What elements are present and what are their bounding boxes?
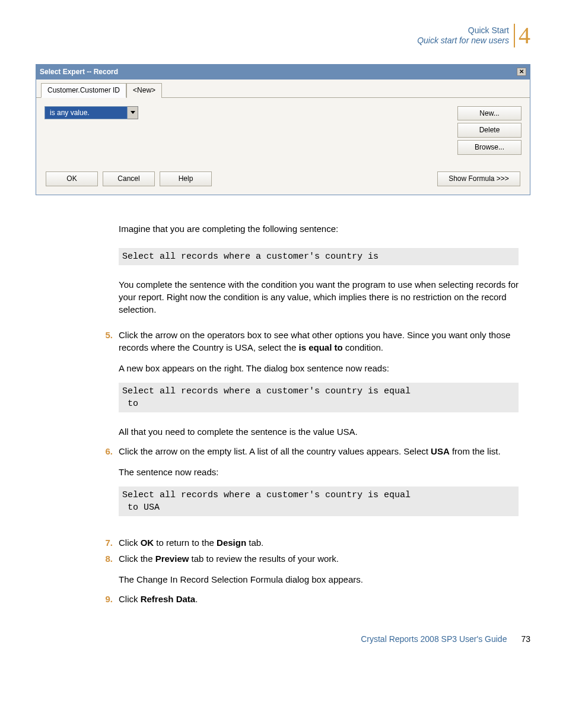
complete-paragraph: You complete the sentence with the condi…: [119, 278, 519, 316]
chevron-down-icon[interactable]: [128, 106, 138, 120]
code-block-3: Select all records where a customer's co…: [119, 487, 519, 516]
condition-value: is any value.: [44, 106, 128, 120]
tab-customer-id[interactable]: Customer.Customer ID: [41, 83, 126, 98]
step-6-text: Click the arrow on the empty list. A lis…: [119, 445, 519, 457]
condition-combo[interactable]: is any value.: [44, 106, 138, 120]
header-subtitle: Quick start for new users: [417, 36, 509, 46]
step-number: 8.: [102, 552, 113, 586]
dialog-tabs: Customer.Customer ID <New>: [36, 83, 530, 98]
header-text: Quick Start Quick start for new users: [417, 26, 509, 46]
step-number: 7.: [102, 536, 113, 549]
dialog-footer: OK Cancel Help Show Formula >>>: [36, 164, 530, 195]
dialog-body: is any value. New... Delete Browse...: [36, 97, 530, 164]
show-formula-button[interactable]: Show Formula >>>: [437, 171, 520, 186]
dialog-titlebar: Select Expert -- Record ✕: [36, 65, 530, 80]
dialog-side-buttons: New... Delete Browse...: [457, 106, 522, 155]
step-6: 6. Click the arrow on the empty list. A …: [102, 445, 519, 529]
intro-paragraph: Imagine that you are completing the foll…: [119, 222, 519, 235]
step-5: 5. Click the arrow on the operators box …: [102, 329, 519, 438]
cancel-button[interactable]: Cancel: [103, 171, 155, 186]
tab-new[interactable]: <New>: [126, 83, 162, 98]
step-9-text: Click Refresh Data.: [119, 593, 519, 605]
step-5-note: All that you need to complete the senten…: [119, 425, 519, 438]
close-icon[interactable]: ✕: [517, 68, 526, 76]
select-expert-dialog: Select Expert -- Record ✕ Customer.Custo…: [36, 64, 530, 195]
step-number: 5.: [102, 329, 113, 438]
step-6-result: The sentence now reads:: [119, 466, 519, 478]
code-block-1: Select all records where a customer's co…: [119, 248, 519, 265]
page-header: Quick Start Quick start for new users 4: [36, 24, 530, 47]
step-8-result: The Change In Record Selection Formula d…: [119, 573, 519, 586]
footer-page-number: 73: [521, 634, 530, 646]
delete-button[interactable]: Delete: [457, 123, 522, 138]
step-number: 6.: [102, 445, 113, 529]
step-8-text: Click the Preview tab to review the resu…: [119, 552, 519, 565]
step-7-text: Click OK to return to the Design tab.: [119, 536, 519, 549]
step-8: 8. Click the Preview tab to review the r…: [102, 552, 519, 586]
step-number: 9.: [102, 593, 113, 605]
condition-area: is any value.: [44, 106, 447, 120]
browse-button[interactable]: Browse...: [457, 140, 522, 155]
code-block-2: Select all records where a customer's co…: [119, 383, 519, 412]
header-breadcrumb: Quick Start: [417, 26, 509, 36]
footer-doc-title: Crystal Reports 2008 SP3 User's Guide: [361, 634, 507, 646]
page-content: Imagine that you are completing the foll…: [36, 222, 530, 605]
help-button[interactable]: Help: [160, 171, 212, 186]
step-5-result: A new box appears on the right. The dial…: [119, 362, 519, 374]
page-footer: Crystal Reports 2008 SP3 User's Guide 73: [36, 634, 530, 646]
step-9: 9. Click Refresh Data.: [102, 593, 519, 605]
step-7: 7. Click OK to return to the Design tab.: [102, 536, 519, 549]
ok-button[interactable]: OK: [46, 171, 98, 186]
step-5-text: Click the arrow on the operators box to …: [119, 329, 519, 354]
dialog-title: Select Expert -- Record: [40, 67, 118, 77]
chapter-number: 4: [514, 24, 530, 47]
new-button[interactable]: New...: [457, 106, 522, 121]
